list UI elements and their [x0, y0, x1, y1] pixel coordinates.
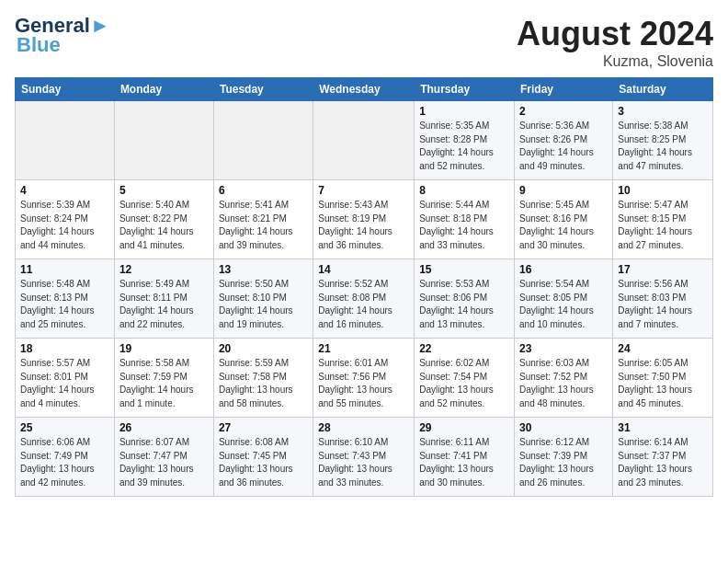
day-number: 15	[419, 263, 509, 276]
calendar-cell: 30Sunrise: 6:12 AM Sunset: 7:39 PM Dayli…	[515, 418, 613, 497]
month-year: August 2024	[517, 15, 713, 53]
calendar-header-row: SundayMondayTuesdayWednesdayThursdayFrid…	[16, 78, 713, 101]
title-block: August 2024 Kuzma, Slovenia	[517, 15, 713, 70]
day-number: 3	[618, 105, 708, 118]
cell-info: Sunrise: 5:40 AM Sunset: 8:22 PM Dayligh…	[119, 199, 209, 252]
cell-info: Sunrise: 5:58 AM Sunset: 7:59 PM Dayligh…	[119, 357, 209, 410]
calendar-cell	[213, 101, 313, 180]
day-number: 10	[618, 184, 708, 197]
day-number: 26	[119, 421, 209, 434]
cell-info: Sunrise: 6:08 AM Sunset: 7:45 PM Dayligh…	[219, 436, 308, 489]
cell-info: Sunrise: 5:59 AM Sunset: 7:58 PM Dayligh…	[219, 357, 308, 410]
calendar-cell: 25Sunrise: 6:06 AM Sunset: 7:49 PM Dayli…	[16, 418, 115, 497]
cell-info: Sunrise: 5:54 AM Sunset: 8:05 PM Dayligh…	[519, 278, 608, 331]
day-number: 7	[318, 184, 409, 197]
calendar-cell: 7Sunrise: 5:43 AM Sunset: 8:19 PM Daylig…	[313, 180, 415, 259]
header-monday: Monday	[114, 78, 213, 101]
header-wednesday: Wednesday	[313, 78, 415, 101]
calendar-cell: 6Sunrise: 5:41 AM Sunset: 8:21 PM Daylig…	[213, 180, 313, 259]
day-number: 22	[419, 342, 509, 355]
cell-info: Sunrise: 6:03 AM Sunset: 7:52 PM Dayligh…	[519, 357, 608, 410]
day-number: 14	[318, 263, 409, 276]
logo: General► Blue	[15, 15, 110, 57]
cell-info: Sunrise: 5:56 AM Sunset: 8:03 PM Dayligh…	[618, 278, 708, 331]
day-number: 1	[419, 105, 509, 118]
calendar-cell: 2Sunrise: 5:36 AM Sunset: 8:26 PM Daylig…	[515, 101, 613, 180]
calendar-cell: 5Sunrise: 5:40 AM Sunset: 8:22 PM Daylig…	[114, 180, 213, 259]
calendar-cell	[114, 101, 213, 180]
calendar-cell: 1Sunrise: 5:35 AM Sunset: 8:28 PM Daylig…	[415, 101, 515, 180]
cell-info: Sunrise: 5:41 AM Sunset: 8:21 PM Dayligh…	[219, 199, 308, 252]
cell-info: Sunrise: 6:14 AM Sunset: 7:37 PM Dayligh…	[618, 436, 708, 489]
calendar-cell: 12Sunrise: 5:49 AM Sunset: 8:11 PM Dayli…	[114, 259, 213, 339]
cell-info: Sunrise: 6:05 AM Sunset: 7:50 PM Dayligh…	[618, 357, 708, 410]
cell-info: Sunrise: 5:50 AM Sunset: 8:10 PM Dayligh…	[219, 278, 308, 331]
week-row-2: 4Sunrise: 5:39 AM Sunset: 8:24 PM Daylig…	[16, 180, 713, 259]
week-row-4: 18Sunrise: 5:57 AM Sunset: 8:01 PM Dayli…	[16, 339, 713, 418]
cell-info: Sunrise: 5:39 AM Sunset: 8:24 PM Dayligh…	[20, 199, 109, 252]
calendar-cell: 17Sunrise: 5:56 AM Sunset: 8:03 PM Dayli…	[613, 259, 713, 339]
calendar-cell: 27Sunrise: 6:08 AM Sunset: 7:45 PM Dayli…	[213, 418, 313, 497]
header-friday: Friday	[515, 78, 613, 101]
logo-blue: Blue	[17, 33, 61, 57]
cell-info: Sunrise: 5:45 AM Sunset: 8:16 PM Dayligh…	[519, 199, 608, 252]
cell-info: Sunrise: 6:07 AM Sunset: 7:47 PM Dayligh…	[119, 436, 209, 489]
calendar-cell: 8Sunrise: 5:44 AM Sunset: 8:18 PM Daylig…	[415, 180, 515, 259]
cell-info: Sunrise: 5:53 AM Sunset: 8:06 PM Dayligh…	[419, 278, 509, 331]
calendar-table: SundayMondayTuesdayWednesdayThursdayFrid…	[15, 77, 713, 497]
day-number: 25	[20, 421, 109, 434]
location: Kuzma, Slovenia	[517, 53, 713, 70]
cell-info: Sunrise: 5:36 AM Sunset: 8:26 PM Dayligh…	[519, 120, 608, 173]
day-number: 21	[318, 342, 409, 355]
calendar-cell: 11Sunrise: 5:48 AM Sunset: 8:13 PM Dayli…	[16, 259, 115, 339]
calendar-cell: 10Sunrise: 5:47 AM Sunset: 8:15 PM Dayli…	[613, 180, 713, 259]
calendar-cell: 26Sunrise: 6:07 AM Sunset: 7:47 PM Dayli…	[114, 418, 213, 497]
calendar-cell: 24Sunrise: 6:05 AM Sunset: 7:50 PM Dayli…	[613, 339, 713, 418]
calendar-cell: 15Sunrise: 5:53 AM Sunset: 8:06 PM Dayli…	[415, 259, 515, 339]
header-tuesday: Tuesday	[213, 78, 313, 101]
calendar-body: 1Sunrise: 5:35 AM Sunset: 8:28 PM Daylig…	[16, 101, 713, 497]
day-number: 18	[20, 342, 109, 355]
calendar-cell: 13Sunrise: 5:50 AM Sunset: 8:10 PM Dayli…	[213, 259, 313, 339]
cell-info: Sunrise: 5:38 AM Sunset: 8:25 PM Dayligh…	[618, 120, 708, 173]
cell-info: Sunrise: 5:52 AM Sunset: 8:08 PM Dayligh…	[318, 278, 409, 331]
header-thursday: Thursday	[415, 78, 515, 101]
day-number: 2	[519, 105, 608, 118]
week-row-3: 11Sunrise: 5:48 AM Sunset: 8:13 PM Dayli…	[16, 259, 713, 339]
cell-info: Sunrise: 5:35 AM Sunset: 8:28 PM Dayligh…	[419, 120, 509, 173]
cell-info: Sunrise: 5:43 AM Sunset: 8:19 PM Dayligh…	[318, 199, 409, 252]
day-number: 27	[219, 421, 308, 434]
header-sunday: Sunday	[16, 78, 115, 101]
calendar-cell: 21Sunrise: 6:01 AM Sunset: 7:56 PM Dayli…	[313, 339, 415, 418]
day-number: 29	[419, 421, 509, 434]
calendar-cell: 19Sunrise: 5:58 AM Sunset: 7:59 PM Dayli…	[114, 339, 213, 418]
calendar-cell	[313, 101, 415, 180]
cell-info: Sunrise: 6:06 AM Sunset: 7:49 PM Dayligh…	[20, 436, 109, 489]
day-number: 23	[519, 342, 608, 355]
day-number: 12	[119, 263, 209, 276]
day-number: 24	[618, 342, 708, 355]
calendar-cell: 29Sunrise: 6:11 AM Sunset: 7:41 PM Dayli…	[415, 418, 515, 497]
calendar-cell: 23Sunrise: 6:03 AM Sunset: 7:52 PM Dayli…	[515, 339, 613, 418]
calendar-cell: 20Sunrise: 5:59 AM Sunset: 7:58 PM Dayli…	[213, 339, 313, 418]
day-number: 28	[318, 421, 409, 434]
calendar-cell: 31Sunrise: 6:14 AM Sunset: 7:37 PM Dayli…	[613, 418, 713, 497]
week-row-5: 25Sunrise: 6:06 AM Sunset: 7:49 PM Dayli…	[16, 418, 713, 497]
day-number: 13	[219, 263, 308, 276]
day-number: 17	[618, 263, 708, 276]
page-header: General► Blue August 2024 Kuzma, Sloveni…	[15, 15, 713, 70]
cell-info: Sunrise: 6:10 AM Sunset: 7:43 PM Dayligh…	[318, 436, 409, 489]
header-saturday: Saturday	[613, 78, 713, 101]
day-number: 19	[119, 342, 209, 355]
day-number: 8	[419, 184, 509, 197]
calendar-cell: 28Sunrise: 6:10 AM Sunset: 7:43 PM Dayli…	[313, 418, 415, 497]
calendar-cell: 22Sunrise: 6:02 AM Sunset: 7:54 PM Dayli…	[415, 339, 515, 418]
calendar-cell: 4Sunrise: 5:39 AM Sunset: 8:24 PM Daylig…	[16, 180, 115, 259]
week-row-1: 1Sunrise: 5:35 AM Sunset: 8:28 PM Daylig…	[16, 101, 713, 180]
calendar-cell	[16, 101, 115, 180]
calendar-cell: 14Sunrise: 5:52 AM Sunset: 8:08 PM Dayli…	[313, 259, 415, 339]
cell-info: Sunrise: 5:47 AM Sunset: 8:15 PM Dayligh…	[618, 199, 708, 252]
cell-info: Sunrise: 5:44 AM Sunset: 8:18 PM Dayligh…	[419, 199, 509, 252]
cell-info: Sunrise: 5:48 AM Sunset: 8:13 PM Dayligh…	[20, 278, 109, 331]
day-number: 9	[519, 184, 608, 197]
